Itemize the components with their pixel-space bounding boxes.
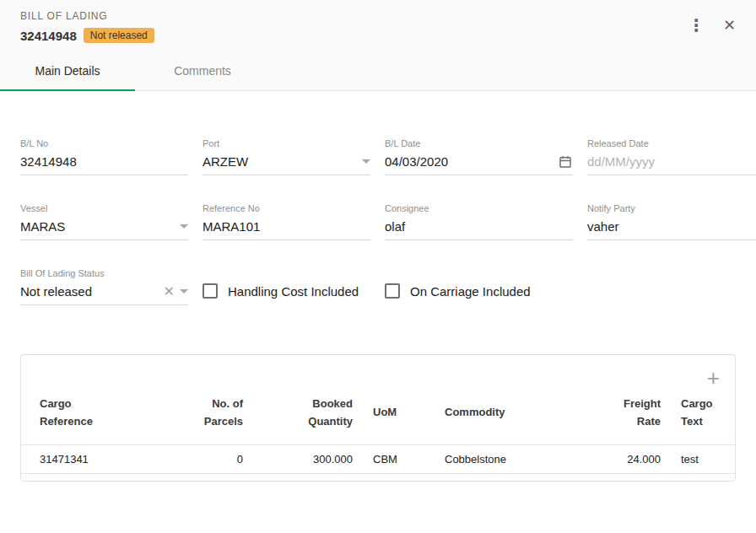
empty-cell bbox=[587, 268, 756, 305]
vessel-label: Vessel bbox=[20, 203, 188, 213]
tab-comments[interactable]: Comments bbox=[135, 51, 270, 90]
checkbox-icon[interactable] bbox=[202, 283, 218, 299]
cargo-card: + Cargo Reference No. of Parcels Booked … bbox=[20, 354, 736, 482]
port-field: Port ARZEW bbox=[202, 138, 370, 175]
bl-status-select[interactable]: Not released ✕ bbox=[20, 281, 188, 305]
close-icon[interactable]: ✕ bbox=[723, 18, 736, 33]
on-carriage-label: On Carriage Included bbox=[410, 284, 531, 299]
bl-no-label: B/L No bbox=[20, 138, 188, 148]
notify-party-field: Notify Party bbox=[587, 203, 756, 240]
cell-no-of-parcels[interactable]: 0 bbox=[181, 444, 253, 473]
vessel-field: Vessel MARAS bbox=[20, 203, 188, 240]
tab-main-details[interactable]: Main Details bbox=[0, 51, 135, 90]
table-row[interactable]: 31471341 0 300.000 CBM Cobbelstone 24.00… bbox=[21, 444, 735, 473]
cell-cargo-reference[interactable]: 31471341 bbox=[21, 444, 181, 473]
col-cargo-text: Cargo Text bbox=[671, 390, 735, 444]
cell-freight-rate[interactable]: 24.000 bbox=[570, 444, 671, 473]
status-badge: Not released bbox=[84, 28, 154, 43]
on-carriage-cell: On Carriage Included bbox=[385, 268, 573, 305]
page-title: 32414948 bbox=[20, 29, 77, 43]
bl-date-field: B/L Date bbox=[385, 138, 573, 175]
col-booked-quantity: Booked Quantity bbox=[253, 390, 363, 444]
bl-no-input[interactable] bbox=[20, 154, 188, 169]
on-carriage-checkbox[interactable]: On Carriage Included bbox=[385, 283, 531, 299]
released-date-field: Released Date bbox=[587, 138, 756, 175]
chevron-down-icon[interactable] bbox=[362, 159, 370, 164]
consignee-label: Consignee bbox=[385, 203, 573, 213]
dialog-header: BILL OF LADING 32414948 Not released ⋮ ✕ bbox=[0, 0, 756, 51]
col-freight-rate: Freight Rate bbox=[570, 390, 671, 444]
released-date-input[interactable] bbox=[587, 154, 755, 169]
vessel-select[interactable]: MARAS bbox=[20, 216, 188, 240]
reference-no-field: Reference No bbox=[202, 203, 370, 240]
chevron-down-icon[interactable] bbox=[180, 224, 188, 229]
vessel-value: MARAS bbox=[20, 219, 175, 234]
handling-cost-label: Handling Cost Included bbox=[228, 284, 359, 299]
checkbox-icon[interactable] bbox=[385, 283, 400, 299]
notify-party-input[interactable] bbox=[587, 219, 756, 234]
notify-party-label: Notify Party bbox=[587, 203, 756, 213]
bl-date-label: B/L Date bbox=[385, 138, 573, 148]
calendar-icon[interactable] bbox=[558, 154, 573, 170]
cargo-table: Cargo Reference No. of Parcels Booked Qu… bbox=[21, 390, 735, 474]
port-select[interactable]: ARZEW bbox=[202, 151, 370, 175]
reference-no-label: Reference No bbox=[202, 203, 370, 213]
add-cargo-button[interactable]: + bbox=[707, 365, 720, 390]
port-value: ARZEW bbox=[202, 154, 357, 169]
col-commodity: Commodity bbox=[435, 390, 570, 444]
chevron-down-icon[interactable] bbox=[180, 289, 188, 293]
clear-icon[interactable]: ✕ bbox=[164, 285, 175, 299]
released-date-label: Released Date bbox=[587, 138, 756, 148]
cell-uom[interactable]: CBM bbox=[363, 444, 435, 473]
page-subtitle: BILL OF LADING bbox=[20, 10, 154, 22]
cell-commodity[interactable]: Cobbelstone bbox=[435, 444, 570, 473]
bl-status-field: Bill Of Lading Status Not released ✕ bbox=[20, 268, 188, 305]
handling-cost-checkbox[interactable]: Handling Cost Included bbox=[202, 283, 359, 299]
bl-date-input[interactable] bbox=[385, 154, 553, 169]
tab-bar: Main Details Comments bbox=[0, 51, 756, 91]
port-label: Port bbox=[202, 138, 370, 148]
bl-status-label: Bill Of Lading Status bbox=[20, 268, 188, 278]
col-cargo-reference: Cargo Reference bbox=[21, 390, 181, 444]
cargo-table-header-row: Cargo Reference No. of Parcels Booked Qu… bbox=[21, 390, 735, 444]
cell-booked-quantity[interactable]: 300.000 bbox=[253, 444, 363, 473]
handling-cost-cell: Handling Cost Included bbox=[202, 268, 370, 305]
consignee-field: Consignee bbox=[385, 203, 573, 240]
kebab-menu-icon[interactable]: ⋮ bbox=[688, 17, 705, 34]
bl-status-value: Not released bbox=[20, 284, 159, 299]
col-no-of-parcels: No. of Parcels bbox=[181, 390, 253, 444]
col-uom: UoM bbox=[363, 390, 435, 444]
bl-no-field: B/L No bbox=[20, 138, 188, 175]
cell-cargo-text[interactable]: test bbox=[671, 444, 735, 473]
main-details-form: B/L No Port ARZEW B/L Date Release bbox=[0, 91, 756, 305]
consignee-input[interactable] bbox=[385, 219, 573, 234]
reference-no-input[interactable] bbox=[202, 219, 370, 234]
